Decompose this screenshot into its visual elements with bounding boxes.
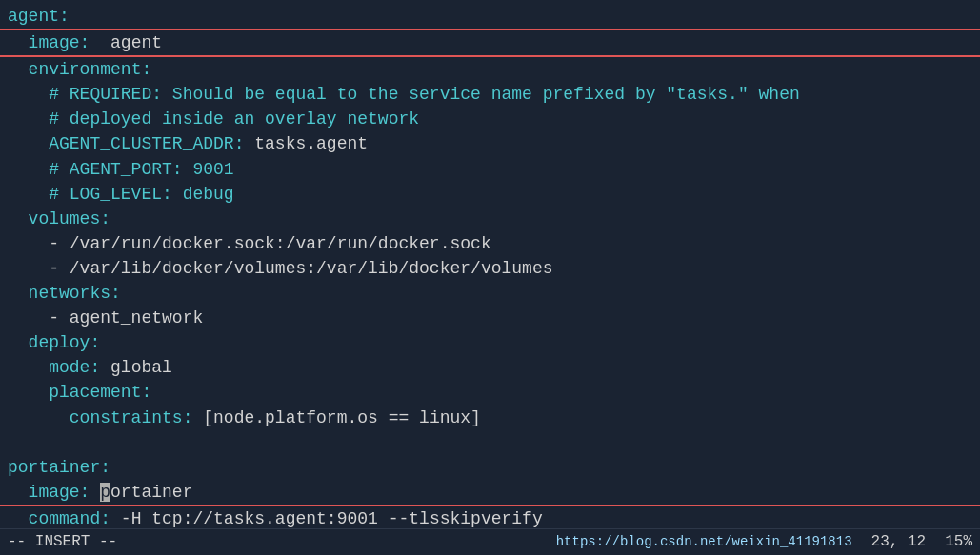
line-14-key: deploy: — [29, 333, 101, 352]
insert-mode-label: -- INSERT -- — [8, 533, 117, 550]
line-12: networks: — [0, 281, 980, 306]
line-17-val: [node.platform.os == linux] — [192, 408, 480, 427]
line-20-val: ortainer — [110, 483, 192, 502]
line-11: - /var/lib/docker/volumes:/var/lib/docke… — [0, 256, 980, 281]
line-13-val: - agent_network — [8, 308, 203, 327]
line-19-key: portainer: — [8, 458, 110, 477]
line-20-space — [90, 483, 100, 502]
line-8-comment: # LOG_LEVEL: debug — [8, 185, 234, 204]
line-4-comment: # REQUIRED: Should be equal to the servi… — [8, 85, 800, 104]
line-3-key: environment: — [29, 60, 152, 79]
url-reference: https://blog.csdn.net/weixin_41191813 — [556, 533, 852, 552]
line-13: - agent_network — [0, 306, 980, 330]
line-21-key: command: — [29, 509, 110, 528]
line-16-key: placement: — [49, 383, 151, 402]
line-12-key: networks: — [29, 284, 121, 303]
line-5-comment: # deployed inside an overlay network — [8, 109, 419, 129]
line-2-key: image: — [29, 33, 90, 52]
cursor-position: 23, 12 — [871, 531, 927, 552]
line-14: deploy: — [0, 330, 980, 355]
line-2: image: agent — [0, 30, 980, 57]
line-20-key: image: — [29, 483, 90, 502]
scroll-percent: 15% — [945, 531, 972, 552]
status-mode: -- INSERT -- — [8, 531, 117, 552]
line-20: image: portainer — [0, 480, 980, 506]
line-6-key: AGENT_CLUSTER_ADDR: — [49, 134, 244, 153]
cursor: p — [100, 483, 110, 502]
line-7: # AGENT_PORT: 9001 — [0, 157, 980, 182]
line-1-text: agent: — [8, 7, 70, 26]
line-8: # LOG_LEVEL: debug — [0, 182, 980, 207]
line-16: placement: — [0, 380, 980, 405]
line-10-dash: - /var/run/docker.sock:/var/run/docker.s… — [8, 234, 491, 253]
editor-container: agent: image: agent environment: # REQUI… — [0, 0, 980, 555]
line-9: volumes: — [0, 207, 980, 231]
line-1: agent: — [0, 4, 980, 30]
line-9-key: volumes: — [29, 209, 110, 228]
line-7-comment: # AGENT_PORT: 9001 — [8, 160, 234, 179]
line-21-val: -H tcp://tasks.agent:9001 --tlsskipverif… — [110, 509, 543, 528]
line-15: mode: global — [0, 355, 980, 380]
line-15-val: global — [100, 358, 172, 377]
line-17: constraints: [node.platform.os == linux] — [0, 406, 980, 430]
line-3: environment: — [0, 57, 980, 82]
line-15-key: mode: — [49, 358, 100, 377]
line-19: portainer: — [0, 455, 980, 480]
line-4: # REQUIRED: Should be equal to the servi… — [0, 82, 980, 107]
line-18 — [0, 430, 980, 455]
status-bar: -- INSERT -- https://blog.csdn.net/weixi… — [0, 528, 980, 555]
line-6: AGENT_CLUSTER_ADDR: tasks.agent — [0, 131, 980, 156]
line-6-val: tasks.agent — [244, 134, 368, 153]
line-2-val: agent — [90, 33, 162, 52]
line-11-dash: - /var/lib/docker/volumes:/var/lib/docke… — [8, 259, 553, 278]
line-17-key: constraints: — [70, 408, 193, 427]
code-area: agent: image: agent environment: # REQUI… — [0, 0, 980, 555]
line-5: # deployed inside an overlay network — [0, 107, 980, 131]
line-10: - /var/run/docker.sock:/var/run/docker.s… — [0, 231, 980, 256]
